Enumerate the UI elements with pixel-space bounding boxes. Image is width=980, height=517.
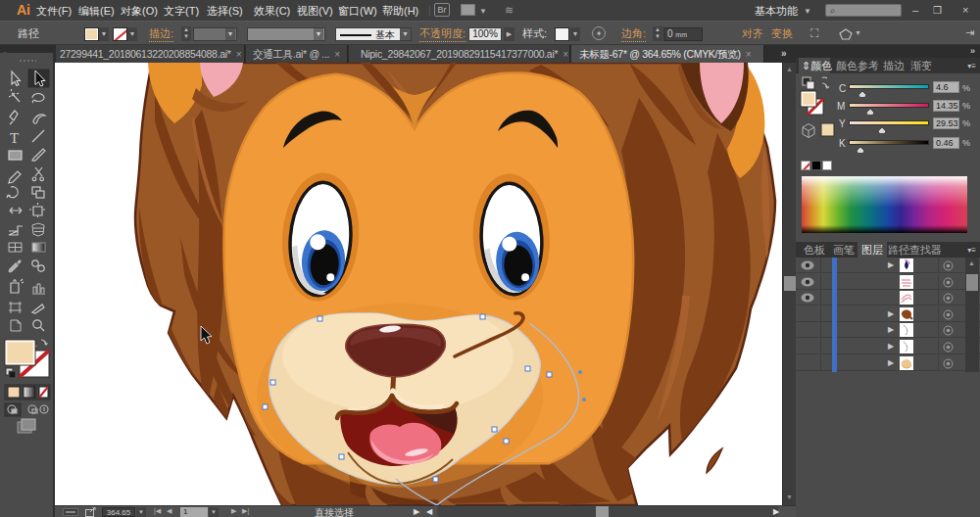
svg-text:T: T	[10, 130, 19, 146]
